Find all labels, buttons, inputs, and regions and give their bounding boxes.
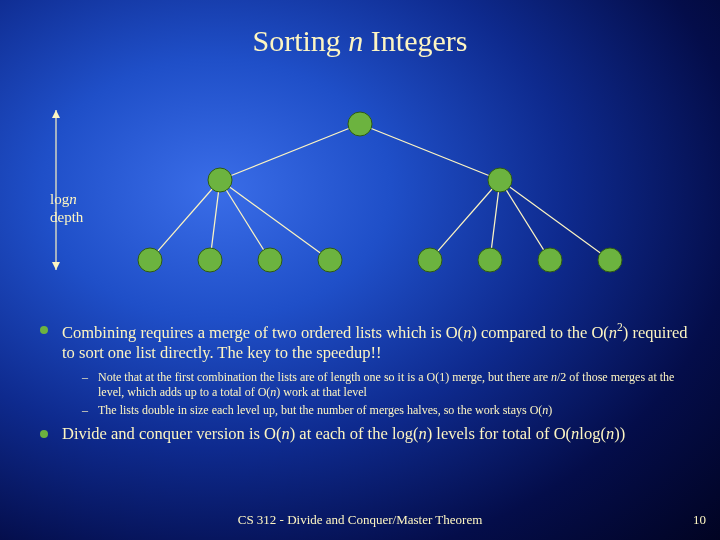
title-post: Integers	[363, 24, 467, 57]
title-pre: Sorting	[253, 24, 349, 57]
bullet-1: Combining requires a merge of two ordere…	[36, 320, 700, 364]
svg-point-16	[318, 248, 342, 272]
sub-2: The lists double in size each level up, …	[36, 403, 700, 418]
svg-point-18	[478, 248, 502, 272]
b2c: ) at each of the log(	[290, 424, 419, 443]
s1e: ) work at that level	[276, 385, 367, 399]
svg-marker-23	[52, 262, 60, 270]
svg-point-20	[598, 248, 622, 272]
footer-text: CS 312 - Divide and Conquer/Master Theor…	[0, 512, 720, 528]
svg-point-12	[488, 168, 512, 192]
b2g: log(	[579, 424, 606, 443]
svg-point-19	[538, 248, 562, 272]
svg-line-4	[220, 180, 270, 260]
s2c: )	[548, 403, 552, 417]
svg-line-5	[220, 180, 330, 260]
b2i: ))	[614, 424, 625, 443]
b1d: n	[609, 323, 617, 342]
b2d: n	[418, 424, 426, 443]
depth-n: n	[69, 191, 77, 207]
svg-point-14	[198, 248, 222, 272]
bullet-2: Divide and conquer version is O(n) at ea…	[36, 424, 700, 445]
svg-point-17	[418, 248, 442, 272]
depth-word: depth	[50, 209, 83, 225]
svg-line-8	[500, 180, 550, 260]
slide-number: 10	[693, 512, 706, 528]
slide-title: Sorting n Integers	[0, 24, 720, 58]
svg-point-13	[138, 248, 162, 272]
b2h: n	[606, 424, 614, 443]
b1c: ) compared to the O(	[471, 323, 608, 342]
b2e: ) levels for total of O(	[427, 424, 571, 443]
b2b: n	[282, 424, 290, 443]
title-ital: n	[348, 24, 363, 57]
b1a: Combining requires a merge of two ordere…	[62, 323, 463, 342]
svg-line-9	[500, 180, 610, 260]
svg-marker-22	[52, 110, 60, 118]
svg-point-15	[258, 248, 282, 272]
s1a: Note that at the first combination the l…	[98, 370, 551, 384]
svg-point-11	[208, 168, 232, 192]
s2a: The lists double in size each level up, …	[98, 403, 542, 417]
svg-line-0	[220, 124, 360, 180]
sub-1: Note that at the first combination the l…	[36, 370, 700, 400]
tree-diagram	[50, 100, 670, 280]
content-area: Combining requires a merge of two ordere…	[36, 320, 700, 450]
svg-point-10	[348, 112, 372, 136]
depth-label: logn depth	[50, 190, 83, 226]
svg-line-1	[360, 124, 500, 180]
b2a: Divide and conquer version is O(	[62, 424, 282, 443]
depth-log: log	[50, 191, 69, 207]
